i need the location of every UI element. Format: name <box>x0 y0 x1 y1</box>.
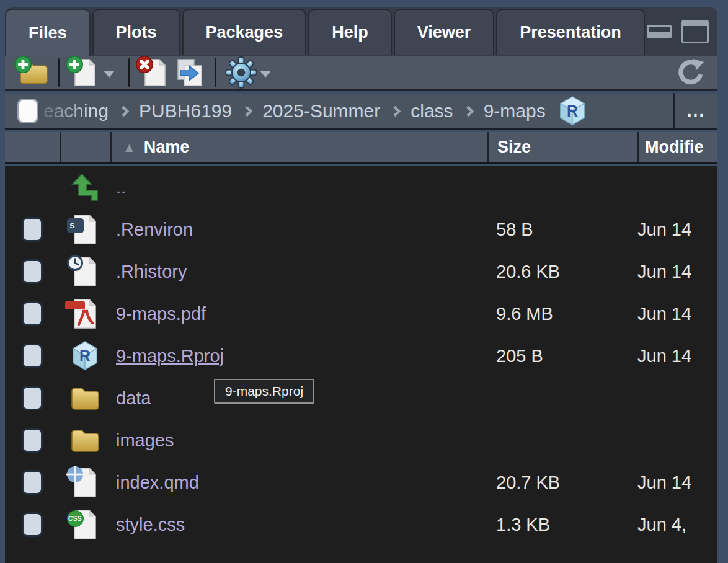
file-size: 1.3 KB <box>487 515 637 535</box>
table-row: data <box>5 377 717 419</box>
tab-plots-label: Plots <box>116 23 157 42</box>
file-modified: Jun 14 <box>637 219 717 240</box>
table-row: index.qmd 20.7 KB Jun 14 <box>5 461 717 503</box>
breadcrumb-item-9-maps[interactable]: 9-maps <box>484 100 546 122</box>
file-modified: Jun 14 <box>637 472 717 493</box>
breadcrumb-item-2025-summer[interactable]: 2025-Summer <box>262 100 380 122</box>
tab-viewer[interactable]: Viewer <box>394 9 495 55</box>
copy-file-button[interactable] <box>172 56 207 89</box>
tab-packages[interactable]: Packages <box>182 9 307 55</box>
table-row: images <box>5 419 717 461</box>
path-breadcrumb-bar: eaching PUBH6199 2025-Summer class 9-map… <box>5 94 717 130</box>
row-checkbox[interactable] <box>22 470 43 495</box>
sort-ascending-icon: ▲ <box>123 140 136 155</box>
new-blank-file-button[interactable] <box>68 56 102 89</box>
row-checkbox[interactable] <box>22 512 43 537</box>
copy-file-icon <box>174 58 205 87</box>
rstudio-files-pane: Files Plots Packages Help Viewer Present… <box>0 0 728 563</box>
breadcrumb-item-teaching[interactable]: eaching <box>43 100 109 122</box>
tab-help[interactable]: Help <box>308 9 392 55</box>
plus-badge-icon <box>14 55 32 74</box>
pane-tab-bar: Files Plots Packages Help Viewer Present… <box>5 7 717 56</box>
file-link-parent[interactable]: .. <box>116 177 126 197</box>
table-row-parent: .. <box>5 166 717 208</box>
file-link-9-maps-pdf[interactable]: 9-maps.pdf <box>116 304 206 324</box>
file-size: 205 B <box>487 346 637 366</box>
file-link-renviron[interactable]: .Renviron <box>116 219 193 239</box>
quarto-file-icon <box>73 467 97 498</box>
file-table-header: ▲ Name Size Modifie <box>5 132 717 164</box>
tab-presentation[interactable]: Presentation <box>496 9 645 55</box>
new-file-dropdown-caret-icon[interactable] <box>104 71 115 78</box>
file-modified: Jun 14 <box>637 304 717 324</box>
row-checkbox[interactable] <box>22 428 43 453</box>
table-row: CSS style.css 1.3 KB Jun 4, <box>5 503 717 546</box>
pdf-band-badge <box>65 301 85 309</box>
more-dropdown-caret-icon[interactable] <box>260 71 271 78</box>
refresh-icon <box>675 58 705 87</box>
file-link-style-css[interactable]: style.css <box>116 515 185 534</box>
folder-icon <box>60 386 110 410</box>
delete-x-badge-icon <box>135 55 154 74</box>
row-checkbox[interactable] <box>22 259 43 284</box>
header-size-column[interactable]: Size <box>487 132 637 162</box>
breadcrumb-overflow-button[interactable]: ... <box>673 93 717 130</box>
file-size: 9.6 MB <box>487 304 637 324</box>
header-icon-column <box>60 132 110 162</box>
row-checkbox[interactable] <box>22 386 43 410</box>
breadcrumb-item-pubh6199[interactable]: PUBH6199 <box>139 100 232 122</box>
quarto-badge-icon <box>66 466 84 483</box>
refresh-button[interactable] <box>673 56 708 89</box>
header-modified-label: Modifie <box>645 138 704 157</box>
svg-text:R: R <box>79 347 90 365</box>
css-file-icon: CSS <box>73 509 97 540</box>
minimize-pane-icon[interactable] <box>647 25 672 38</box>
tab-help-label: Help <box>332 23 368 42</box>
folder-link-data[interactable]: data <box>116 388 151 408</box>
gear-icon <box>225 56 257 89</box>
file-modified: Jun 14 <box>637 262 717 282</box>
rproject-breadcrumb-icon[interactable]: R <box>558 95 587 126</box>
folder-icon <box>60 428 110 453</box>
tab-files[interactable]: Files <box>5 9 91 56</box>
rproject-file-icon: R <box>60 340 110 371</box>
file-modified: Jun 14 <box>637 346 717 366</box>
file-link-index-qmd[interactable]: index.qmd <box>116 472 199 492</box>
more-file-commands-button[interactable] <box>224 56 259 89</box>
file-modified: Jun 4, <box>637 515 717 535</box>
file-size: 58 B <box>487 219 637 240</box>
svg-text:R: R <box>567 102 578 120</box>
file-link-9-maps-rproj[interactable]: 9-maps.Rproj <box>116 346 224 366</box>
table-row: .Rhistory 20.6 KB Jun 14 <box>5 250 717 293</box>
file-link-rhistory[interactable]: .Rhistory <box>116 262 187 282</box>
new-folder-button[interactable] <box>16 56 51 89</box>
pane-window-controls <box>647 7 717 56</box>
row-checkbox[interactable] <box>22 217 43 242</box>
header-checkbox-column <box>5 132 60 162</box>
plus-badge-icon <box>65 55 84 74</box>
chevron-right-icon <box>463 105 474 117</box>
header-size-label: Size <box>497 138 531 157</box>
select-all-checkbox[interactable] <box>17 99 38 123</box>
css-badge: CSS <box>67 510 84 527</box>
r-history-file-icon <box>73 256 97 287</box>
file-size: 20.7 KB <box>487 472 637 493</box>
file-list: .. s_ .Renviron 58 B Jun 14 <box>5 166 717 563</box>
table-row: 9-maps.pdf 9.6 MB Jun 14 <box>5 293 717 335</box>
row-checkbox[interactable] <box>22 344 43 368</box>
tab-plots[interactable]: Plots <box>92 9 180 55</box>
r-environ-file-icon: s_ <box>73 214 97 245</box>
files-toolbar <box>5 56 717 91</box>
file-size: 20.6 KB <box>487 262 637 282</box>
folder-link-images[interactable]: images <box>116 430 174 450</box>
maximize-pane-icon[interactable] <box>681 20 709 43</box>
breadcrumb-item-class[interactable]: class <box>411 100 453 122</box>
filename-tooltip: 9-maps.Rproj <box>214 379 314 404</box>
pdf-file-icon <box>73 298 97 329</box>
row-checkbox[interactable] <box>22 301 43 326</box>
tab-files-label: Files <box>29 24 67 43</box>
delete-file-button[interactable] <box>138 56 172 89</box>
script-badge: s_ <box>67 218 84 233</box>
header-name-column[interactable]: ▲ Name <box>110 132 487 162</box>
header-modified-column[interactable]: Modifie <box>637 132 717 162</box>
